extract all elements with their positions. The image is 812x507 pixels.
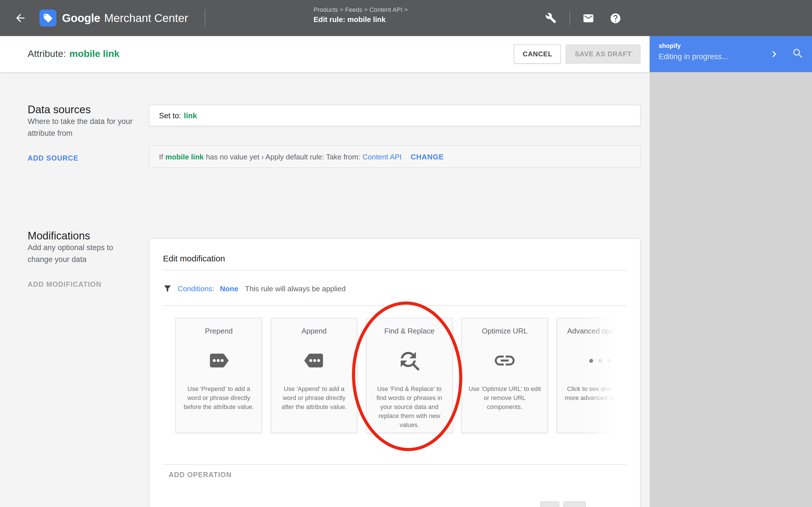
search-icon[interactable] <box>792 47 804 61</box>
divider <box>163 464 626 465</box>
attribute-value: mobile link <box>69 48 119 60</box>
carousel-dots-icon <box>589 348 611 374</box>
merchant-tag-icon <box>40 10 56 26</box>
attribute-title: Attribute: mobile link <box>28 36 119 72</box>
card-footer-actions <box>540 501 586 507</box>
default-rule-attribute: mobile link <box>165 152 204 161</box>
account-status: Editing in progress... <box>659 52 728 61</box>
conditions-note: This rule will always be applied <box>245 284 346 293</box>
default-rule-source-link[interactable]: Content API <box>363 152 402 161</box>
carousel-dot-active <box>589 358 593 362</box>
default-rule-prefix: If <box>159 152 163 161</box>
brand-product: Merchant Center <box>104 11 188 24</box>
attribute-header-bar: Attribute: mobile link CANCEL SAVE AS DR… <box>0 36 650 72</box>
operation-description: Use 'Find & Replace' to find words or ph… <box>366 385 452 430</box>
back-button[interactable] <box>9 0 32 36</box>
operation-card-advanced-operators[interactable]: Advanced operators Click to see and choo… <box>557 318 626 433</box>
account-panel[interactable]: shopify Editing in progress... <box>650 36 812 72</box>
carousel-dot <box>598 358 602 362</box>
tools-button[interactable] <box>540 0 562 36</box>
set-to-card: Set to: link <box>149 105 641 126</box>
operation-card-optimize-url[interactable]: Optimize URL Use 'Optimize URL' to edit … <box>461 318 548 433</box>
modifications-title: Modifications <box>28 230 90 242</box>
app-logo[interactable]: Google Merchant Center <box>40 0 188 36</box>
conditions-value: None <box>220 284 238 293</box>
label-append-icon <box>299 348 329 374</box>
back-arrow-icon <box>14 12 27 24</box>
divider <box>163 305 626 306</box>
help-button[interactable] <box>604 0 626 36</box>
operations-row: Prepend Use 'Prepend' to add a word or p… <box>175 318 626 434</box>
topbar-divider <box>205 10 205 26</box>
mail-icon <box>582 12 594 24</box>
data-sources-title: Data sources <box>28 104 91 116</box>
footer-button[interactable] <box>563 501 586 507</box>
operation-title: Append <box>301 327 327 335</box>
account-name: shopify <box>659 42 680 49</box>
page-title: Edit rule: mobile link <box>313 15 408 24</box>
operation-card-prepend[interactable]: Prepend Use 'Prepend' to add a word or p… <box>175 318 262 433</box>
operation-title: Advanced operators <box>567 327 626 335</box>
footer-button[interactable] <box>540 501 559 507</box>
operation-card-append[interactable]: Append Use 'Append' to add a word or phr… <box>271 318 357 433</box>
topbar-divider <box>569 11 570 25</box>
operation-description: Use 'Prepend' to add a word or phrase di… <box>176 385 262 412</box>
topbar: Google Merchant Center Products > Feeds … <box>0 0 812 36</box>
add-modification-button[interactable]: ADD MODIFICATION <box>28 281 101 288</box>
modifications-description: Add any optional steps to change your da… <box>28 242 139 266</box>
save-as-draft-button[interactable]: SAVE AS DRAFT <box>566 45 641 64</box>
edit-modification-card: Edit modification Conditions: None This … <box>149 238 641 507</box>
operation-description: Use 'Append' to add a word or phrase dir… <box>271 385 357 412</box>
operation-description: Click to see and choose more advanced op… <box>557 385 626 403</box>
operation-title: Optimize URL <box>482 327 527 335</box>
wrench-icon <box>545 12 557 24</box>
set-to-value: link <box>184 111 197 120</box>
set-to-label: Set to: <box>159 111 181 120</box>
default-rule-card: If mobile link has no value yet › Apply … <box>149 145 641 168</box>
breadcrumb: Products > Feeds > Content API > Edit ru… <box>313 6 408 24</box>
operation-title: Find & Replace <box>384 327 435 335</box>
conditions-row[interactable]: Conditions: None This rule will always b… <box>163 282 346 295</box>
link-icon <box>488 348 521 374</box>
add-source-button[interactable]: ADD SOURCE <box>28 154 79 162</box>
conditions-label: Conditions: <box>177 284 214 293</box>
carousel-dot <box>607 358 611 362</box>
help-icon <box>609 12 621 24</box>
operation-title: Prepend <box>205 327 233 335</box>
attribute-label: Attribute: <box>28 48 66 60</box>
filter-funnel-icon <box>163 284 172 293</box>
cancel-button[interactable]: CANCEL <box>514 45 561 64</box>
operation-description: Use 'Optimize URL' to edit or remove URL… <box>462 385 548 412</box>
divider <box>163 270 626 270</box>
label-prepend-icon <box>204 348 234 374</box>
default-rule-middle: has no value yet › Apply default rule: T… <box>206 152 360 161</box>
right-rail <box>650 72 812 507</box>
chevron-right-icon <box>768 48 780 62</box>
operation-card-find-replace[interactable]: Find & Replace Use 'Find & Replace' to f… <box>366 318 453 433</box>
data-sources-description: Where to take the data for your attribut… <box>28 116 139 140</box>
find-replace-icon <box>396 348 422 374</box>
breadcrumb-path[interactable]: Products > Feeds > Content API > <box>313 6 408 13</box>
change-link[interactable]: CHANGE <box>410 152 444 161</box>
header-actions: CANCEL SAVE AS DRAFT <box>514 45 641 64</box>
edit-modification-title: Edit modification <box>163 253 225 263</box>
brand-google: Google <box>62 11 100 24</box>
merchant-center-app: Google Merchant Center Products > Feeds … <box>0 0 812 507</box>
messages-button[interactable] <box>577 0 599 36</box>
add-operation-button[interactable]: ADD OPERATION <box>168 471 232 479</box>
